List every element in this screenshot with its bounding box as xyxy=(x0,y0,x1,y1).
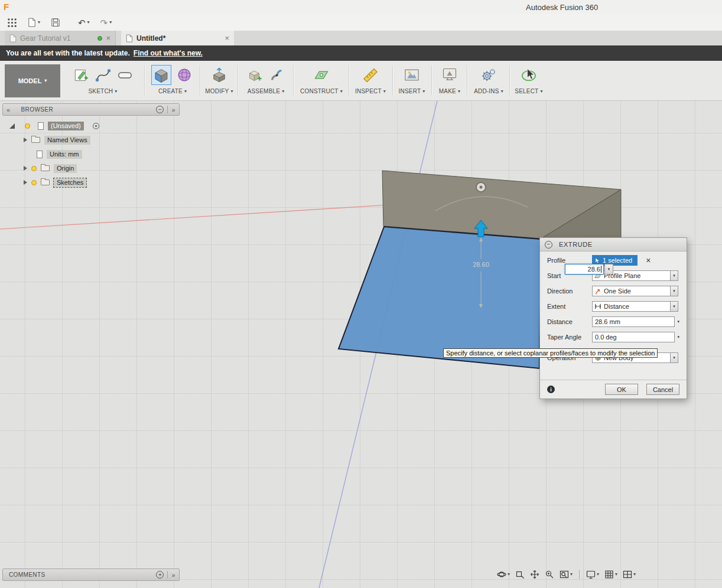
look-at-button[interactable] xyxy=(513,569,526,580)
display-settings-button[interactable]: ▾ xyxy=(584,569,601,580)
browser-root-row[interactable]: (Unsaved) xyxy=(9,120,99,131)
ribbon-menu-inspect[interactable]: INSPECT▾ xyxy=(351,88,390,94)
ribbon-menu-create[interactable]: CREATE▾ xyxy=(147,88,199,94)
viewports-icon xyxy=(623,570,632,579)
document-tab-gear-tutorial[interactable]: Gear Tutorial v1 × xyxy=(5,31,116,45)
spline-button[interactable] xyxy=(94,66,112,84)
whats-new-link[interactable]: Find out what's new. xyxy=(134,49,203,57)
extrude-button[interactable] xyxy=(151,65,171,85)
pan-button[interactable] xyxy=(528,569,541,580)
create-form-button[interactable] xyxy=(175,66,194,84)
browser-row-sketches[interactable]: Sketches xyxy=(24,177,86,188)
direction-dropdown[interactable]: One Side ▾ xyxy=(592,286,678,296)
ribbon-separator xyxy=(467,66,467,95)
panel-expand-icon[interactable]: » xyxy=(171,571,175,579)
addins-button[interactable] xyxy=(479,66,498,84)
visibility-bulb-icon[interactable] xyxy=(25,123,30,129)
slot-button[interactable] xyxy=(116,66,134,84)
panel-minimize-icon[interactable]: − xyxy=(156,106,164,113)
chevron-down-icon[interactable]: ▾ xyxy=(677,319,679,324)
construct-plane-button[interactable] xyxy=(312,66,331,84)
browser-row-units[interactable]: Units: mm xyxy=(37,149,82,159)
pan-icon xyxy=(530,570,539,579)
ribbon-menu-make[interactable]: MAKE▾ xyxy=(434,88,466,94)
new-component-button[interactable] xyxy=(246,66,264,84)
browser-item-label[interactable]: Named Views xyxy=(44,136,90,145)
direction-row: Direction One Side ▾ xyxy=(540,285,687,297)
joint-button[interactable] xyxy=(268,66,286,84)
zoom-button[interactable] xyxy=(543,569,556,580)
ribbon-menu-sketch[interactable]: SKETCH▾ xyxy=(64,88,142,94)
ribbon-menu-addins[interactable]: ADD-INS▾ xyxy=(469,88,508,94)
app-grid-menu-button[interactable] xyxy=(6,17,18,29)
visibility-bulb-icon[interactable] xyxy=(31,180,37,185)
update-notification-bar: You are all set with the latest update. … xyxy=(0,45,722,61)
add-comment-icon[interactable]: + xyxy=(156,571,164,579)
browser-panel-header[interactable]: « BROWSER − » xyxy=(2,103,180,116)
distance-input[interactable]: 28.6 mm xyxy=(592,316,675,327)
save-button[interactable] xyxy=(50,17,61,28)
press-pull-button[interactable] xyxy=(210,66,229,84)
info-icon[interactable]: i xyxy=(547,386,555,393)
comments-panel-title: COMMENTS xyxy=(9,571,152,578)
canvas-distance-dropdown[interactable]: ▾ xyxy=(604,264,613,275)
close-tab-icon[interactable]: × xyxy=(225,34,229,43)
ribbon-menu-construct[interactable]: CONSTRUCT▾ xyxy=(295,88,347,94)
make-button[interactable] xyxy=(440,66,459,84)
undo-button[interactable]: ↶ ▾ xyxy=(77,17,91,28)
ribbon-separator xyxy=(238,66,238,95)
insert-canvas-button[interactable] xyxy=(402,66,421,84)
taper-angle-input[interactable]: 0.0 deg xyxy=(592,332,675,342)
canvas-distance-input[interactable]: 28.6 xyxy=(565,264,604,275)
chevron-down-icon[interactable]: ▾ xyxy=(677,335,679,339)
browser-row-named-views[interactable]: Named Views xyxy=(24,135,90,145)
browser-item-label[interactable]: Units: mm xyxy=(47,150,82,159)
browser-row-origin[interactable]: Origin xyxy=(24,163,77,174)
quick-access-toolbar: ▾ ↶ ▾ ↷ ▾ xyxy=(0,14,722,31)
chevron-down-icon[interactable]: ▾ xyxy=(670,271,678,280)
create-sketch-button[interactable] xyxy=(72,66,90,84)
activate-component-icon[interactable] xyxy=(93,123,99,129)
extrude-icon xyxy=(152,66,170,84)
chevron-down-icon[interactable]: ▾ xyxy=(670,286,678,296)
viewports-button[interactable]: ▾ xyxy=(621,569,638,580)
workspace-selector[interactable]: MODEL ▾ xyxy=(5,64,60,97)
direction-label: Direction xyxy=(547,288,592,295)
visibility-bulb-icon[interactable] xyxy=(31,166,37,171)
document-icon xyxy=(126,34,133,43)
expand-arrow-icon[interactable] xyxy=(24,166,27,171)
measure-button[interactable] xyxy=(361,66,380,84)
orbit-button[interactable]: ▾ xyxy=(495,569,512,580)
comments-panel-header[interactable]: COMMENTS + » xyxy=(2,569,180,581)
collapse-dialog-icon[interactable]: − xyxy=(545,241,552,249)
browser-item-label[interactable]: Origin xyxy=(54,164,77,173)
panel-divider xyxy=(167,571,168,579)
cancel-button[interactable]: Cancel xyxy=(646,384,679,395)
chevron-down-icon[interactable]: ▾ xyxy=(670,353,678,362)
chevron-down-icon: ▾ xyxy=(508,572,510,577)
expand-arrow-icon[interactable] xyxy=(24,138,27,142)
selected-profile-face[interactable] xyxy=(339,227,541,368)
clear-selection-icon[interactable]: × xyxy=(646,256,651,265)
extent-dropdown[interactable]: Distance ▾ xyxy=(592,301,678,312)
ribbon-menu-assemble[interactable]: ASSEMBLE▾ xyxy=(240,88,292,94)
panel-expand-icon[interactable]: » xyxy=(171,106,175,113)
grid-settings-button[interactable]: ▾ xyxy=(603,569,619,580)
redo-button[interactable]: ↷ ▾ xyxy=(99,17,113,28)
ribbon-menu-modify[interactable]: MODIFY▾ xyxy=(202,88,236,94)
browser-item-label[interactable]: Sketches xyxy=(54,178,86,187)
chevron-down-icon[interactable]: ▾ xyxy=(670,302,678,311)
select-button[interactable] xyxy=(519,66,538,84)
ribbon-menu-insert[interactable]: INSERT▾ xyxy=(395,88,429,94)
expand-arrow-icon[interactable] xyxy=(24,180,27,185)
ok-button[interactable]: OK xyxy=(605,384,638,395)
document-tab-untitled[interactable]: Untitled* × xyxy=(121,31,234,45)
zoom-window-button[interactable]: ▾ xyxy=(558,569,574,580)
ribbon-menu-select[interactable]: SELECT▾ xyxy=(512,88,546,94)
file-menu-button[interactable]: ▾ xyxy=(27,17,41,28)
extrude-dialog-header[interactable]: − EXTRUDE xyxy=(540,238,687,251)
close-tab-icon[interactable]: × xyxy=(106,34,110,43)
ribbon-group-label: CREATE xyxy=(158,88,183,94)
collapse-panel-icon[interactable]: « xyxy=(6,106,11,113)
browser-root-label[interactable]: (Unsaved) xyxy=(48,122,84,130)
